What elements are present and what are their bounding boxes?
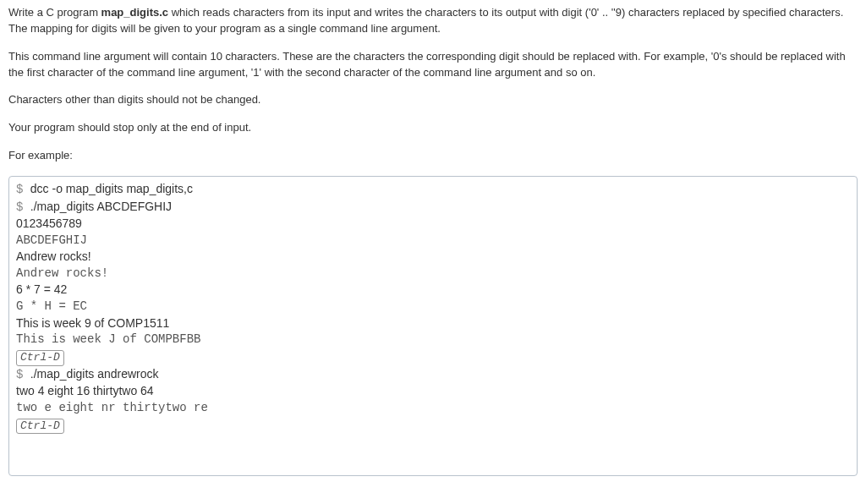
terminal-line: 0123456789 — [16, 216, 850, 233]
paragraph-3: This command line argument will contain … — [8, 49, 858, 81]
terminal-output: Andrew rocks! — [16, 266, 850, 282]
terminal-line: 6 * 7 = 42 — [16, 282, 850, 299]
program-name: map_digits.c — [101, 6, 168, 19]
paragraph-1-post: which reads characters from its input an… — [168, 6, 843, 19]
paragraph-4: Characters other than digits should not … — [8, 92, 858, 108]
terminal-line: Ctrl-D — [16, 417, 850, 435]
terminal-output: G * H = EC — [16, 299, 850, 315]
keyboard-shortcut: Ctrl-D — [16, 350, 64, 366]
prompt-symbol: $ — [16, 368, 30, 381]
terminal-output: This is week J of COMPBFBB — [16, 331, 850, 348]
terminal-line: Andrew rocks! — [16, 249, 850, 266]
command-text: ./map_digits andrewrock — [30, 367, 159, 381]
terminal-example: $ dcc -o map_digits map_digits,c $ ./map… — [8, 176, 858, 476]
terminal-output: ABCDEFGHIJ — [16, 233, 850, 249]
terminal-line: $ ./map_digits andrewrock — [16, 366, 850, 384]
paragraph-1: Write a C program map_digits.c which rea… — [8, 5, 858, 37]
keyboard-shortcut: Ctrl-D — [16, 419, 64, 435]
terminal-line: Ctrl-D — [16, 348, 850, 366]
instructions-block: Write a C program map_digits.c which rea… — [8, 5, 858, 164]
terminal-line: $ dcc -o map_digits map_digits,c — [16, 181, 850, 199]
paragraph-1-pre: Write a C program — [8, 6, 101, 19]
paragraph-6: For example: — [8, 148, 858, 164]
prompt-symbol: $ — [16, 200, 30, 214]
terminal-line: $ ./map_digits ABCDEFGHIJ — [16, 199, 850, 216]
paragraph-2: The mapping for digits will be given to … — [8, 22, 441, 35]
paragraph-5: Your program should stop only at the end… — [8, 120, 858, 136]
command-text: dcc -o map_digits map_digits,c — [30, 182, 193, 195]
terminal-line: two 4 eight 16 thirtytwo 64 — [16, 383, 850, 400]
terminal-line: This is week 9 of COMP1511 — [16, 315, 850, 332]
terminal-output: two e eight nr thirtytwo re — [16, 400, 850, 417]
command-text: ./map_digits ABCDEFGHIJ — [30, 200, 172, 213]
prompt-symbol: $ — [16, 183, 30, 196]
